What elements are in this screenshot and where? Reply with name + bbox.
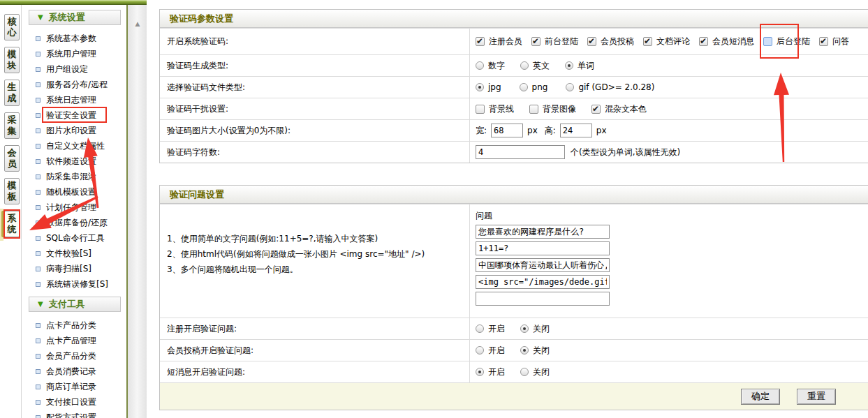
vtab-core[interactable]: 核心 (4, 14, 20, 40)
radio-icon[interactable] (565, 61, 573, 70)
radio-icon[interactable] (476, 83, 484, 91)
sidebar-group-pay-tools[interactable]: ▼ 支付工具 (29, 297, 121, 312)
checkbox-icon[interactable] (643, 37, 652, 46)
vtab-template[interactable]: 模板 (4, 178, 20, 204)
checkbox-doc-comment[interactable]: 文档评论 (643, 36, 690, 47)
radio-icon[interactable] (476, 61, 484, 70)
radio-png[interactable]: png (520, 82, 548, 92)
sidebar-item-server-remote[interactable]: 服务器分布/远程 (22, 77, 127, 92)
radio-icon[interactable] (520, 61, 529, 70)
radio-icon[interactable] (520, 83, 528, 91)
checkbox-front-login[interactable]: 前台登陆 (531, 36, 578, 47)
sidebar-item-db-backup[interactable]: 数据库备份/还原 (22, 215, 127, 230)
checkbox-mixed-text-color[interactable]: 混杂文本色 (591, 103, 647, 115)
checkbox-member-message[interactable]: 会员短消息 (699, 36, 754, 47)
option-label: 文档评论 (656, 36, 690, 47)
checkbox-icon[interactable] (476, 37, 485, 46)
radio-post-on[interactable]: 开启 (476, 345, 505, 357)
sidebar-group-system-settings[interactable]: ▼ 系统设置 (29, 10, 121, 25)
checkbox-register-member[interactable]: 注册会员 (476, 36, 522, 47)
option-label: 会员投稿 (601, 36, 634, 47)
checkbox-bg-line[interactable]: 背景线 (476, 103, 514, 115)
sidebar-item-label: 验证安全设置 (46, 110, 96, 121)
sidebar-item-member-consume[interactable]: 会员消费记录 (22, 364, 127, 379)
question-input-3[interactable] (476, 258, 610, 272)
question-input-5[interactable] (476, 292, 610, 306)
field-label: 验证码图片大小(设置为0为不限): (160, 120, 470, 141)
radio-message-on[interactable]: 开启 (476, 366, 505, 378)
width-input[interactable] (491, 124, 523, 137)
sidebar-item-error-repair[interactable]: 系统错误修复[S] (22, 276, 127, 292)
checkbox-icon[interactable] (699, 37, 708, 46)
radio-post-off[interactable]: 关闭 (520, 345, 550, 357)
radio-word[interactable]: 单词 (565, 60, 594, 72)
sidebar-item-card-manage[interactable]: 点卡产品管理 (22, 333, 127, 348)
checkbox-icon[interactable] (763, 37, 772, 46)
checkbox-icon[interactable] (587, 37, 596, 46)
sidebar-item-soft-channel[interactable]: 软件频道设置 (22, 154, 127, 169)
sidebar-item-shop-orders[interactable]: 商店订单记录 (22, 379, 127, 394)
vtab-collect[interactable]: 采集 (4, 112, 20, 139)
instruction-line: 1、使用简单的文字问题(例如:11+5=?,请输入中文答案) (167, 231, 469, 246)
sidebar-item-member-product[interactable]: 会员产品分类 (22, 348, 127, 364)
checkbox-icon[interactable] (529, 105, 538, 114)
vtab-generate[interactable]: 生成 (4, 80, 20, 106)
confirm-button[interactable]: 确定 (741, 389, 780, 405)
sidebar-item-anti-collect[interactable]: 防采集串混淆 (22, 169, 127, 184)
vtab-member[interactable]: 会员 (4, 145, 20, 172)
sidebar-item-pay-interface[interactable]: 支付接口设置 (22, 394, 127, 410)
radio-message-off[interactable]: 关闭 (520, 366, 550, 378)
sidebar-item-label: 配货方式设置 (46, 412, 96, 418)
sidebar-item-system-log[interactable]: 系统日志管理 (22, 92, 127, 107)
radio-icon[interactable] (476, 368, 484, 376)
vtab-system[interactable]: 系统 (4, 211, 20, 237)
sidebar-item-user-manage[interactable]: 系统用户管理 (22, 46, 127, 61)
sidebar-item-user-group[interactable]: 用户组设定 (22, 61, 127, 77)
sidebar-item-random-template[interactable]: 随机模板设置 (22, 184, 127, 200)
height-unit: px (596, 126, 607, 135)
radio-english[interactable]: 英文 (520, 60, 550, 72)
height-input[interactable] (560, 124, 592, 137)
char-count-input[interactable] (476, 145, 565, 159)
checkbox-icon[interactable] (591, 105, 601, 114)
sidebar-item-virus-scan[interactable]: 病毒扫描[S] (22, 261, 127, 276)
checkbox-admin-login[interactable]: 后台登陆 (763, 36, 810, 47)
sidebar-item-card-category[interactable]: 点卡产品分类 (22, 318, 127, 333)
vtab-module[interactable]: 模块 (4, 47, 20, 73)
checkbox-icon[interactable] (476, 105, 485, 114)
question-input-2[interactable] (476, 241, 610, 255)
sidebar-item-verify-security[interactable]: 验证安全设置 (22, 107, 127, 123)
radio-digit[interactable]: 数字 (476, 60, 505, 72)
checkbox-icon[interactable] (819, 37, 828, 46)
sidebar-item-watermark[interactable]: 图片水印设置 (22, 123, 127, 138)
sidebar-item-delivery-setting[interactable]: 配货方式设置 (22, 410, 127, 418)
field-value: 开启 关闭 (470, 340, 868, 361)
collapse-sidebar-button[interactable]: ▲ (132, 20, 143, 28)
radio-icon[interactable] (566, 83, 574, 91)
radio-gif[interactable]: gif (GD>= 2.0.28) (566, 82, 654, 92)
sidebar-item-file-verify[interactable]: 文件校验[S] (22, 246, 127, 261)
sidebar-item-sql-tool[interactable]: SQL命令行工具 (22, 230, 127, 246)
checkbox-icon[interactable] (531, 37, 540, 46)
checkbox-bg-image[interactable]: 背景图像 (529, 103, 576, 115)
sidebar-item-task-manage[interactable]: 计划任务管理 (22, 200, 127, 215)
question-input-1[interactable] (476, 225, 610, 239)
radio-icon[interactable] (476, 346, 484, 354)
reset-button[interactable]: 重置 (797, 389, 836, 405)
sidebar-item-basic-params[interactable]: 系统基本参数 (22, 31, 127, 46)
radio-register-on[interactable]: 开启 (476, 323, 505, 335)
checkbox-member-post[interactable]: 会员投稿 (587, 36, 634, 47)
radio-jpg[interactable]: jpg (476, 82, 501, 92)
sidebar-item-custom-doc-attr[interactable]: 自定义文档属性 (22, 138, 127, 154)
sidebar-item-label: 自定义文档属性 (46, 140, 105, 152)
width-unit: px (527, 126, 538, 135)
checkbox-qa[interactable]: 问答 (819, 36, 849, 47)
field-label: 注册开启验证问题: (160, 318, 470, 339)
radio-icon[interactable] (476, 324, 484, 333)
question-input-4[interactable] (476, 275, 610, 289)
radio-register-off[interactable]: 关闭 (520, 323, 550, 335)
radio-icon[interactable] (520, 368, 529, 376)
width-label: 宽: (476, 125, 487, 137)
radio-icon[interactable] (520, 346, 529, 354)
radio-icon[interactable] (520, 324, 529, 333)
